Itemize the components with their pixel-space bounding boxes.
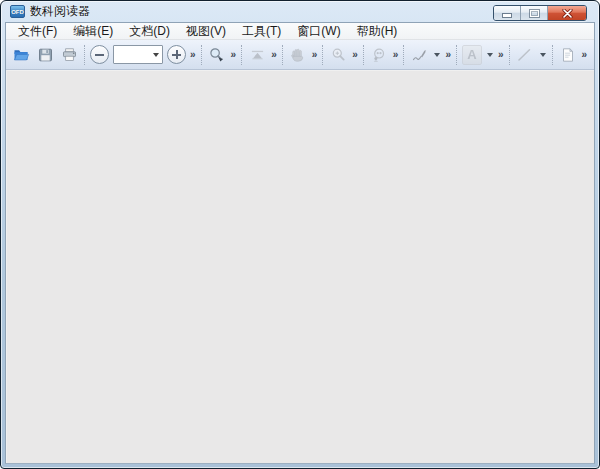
line-annotation-icon xyxy=(516,47,533,63)
zoom-out-button[interactable] xyxy=(90,45,109,64)
chevron-down-icon xyxy=(153,53,159,57)
maximize-button[interactable] xyxy=(521,6,548,20)
zoom-level-input[interactable] xyxy=(114,49,149,61)
fit-page-button[interactable] xyxy=(245,43,269,67)
toolbar-separator xyxy=(509,45,510,65)
toolbar-separator xyxy=(241,45,242,65)
marquee-zoom-overflow-button[interactable]: » xyxy=(350,43,360,67)
toolbar-separator xyxy=(552,45,553,65)
line-dropdown-icon[interactable] xyxy=(540,53,546,57)
menu-file[interactable]: 文件(F) xyxy=(10,23,65,39)
toolbar-separator xyxy=(456,45,457,65)
save-button[interactable] xyxy=(33,43,57,67)
toolbar-separator xyxy=(282,45,283,65)
line-annotation-button[interactable] xyxy=(513,43,537,67)
text-dropdown-icon[interactable] xyxy=(487,53,493,57)
menu-view[interactable]: 视图(V) xyxy=(178,23,234,39)
hand-pan-icon xyxy=(289,47,306,63)
text-overflow-button[interactable]: » xyxy=(496,43,506,67)
minimize-button[interactable] xyxy=(494,6,521,20)
print-icon xyxy=(61,47,78,63)
zoom-select-icon xyxy=(208,47,225,63)
window-controls xyxy=(493,5,587,21)
app-body: 文件(F) 编辑(E) 文档(D) 视图(V) 工具(T) 窗口(W) 帮助(H… xyxy=(5,22,595,464)
window-title: 数科阅读器 xyxy=(30,3,90,20)
marquee-zoom-icon xyxy=(330,47,347,63)
toolbar-group-text: A » xyxy=(460,40,506,69)
open-file-button[interactable] xyxy=(9,43,33,67)
fit-overflow-button[interactable]: » xyxy=(269,43,279,67)
signature-overflow-button[interactable]: » xyxy=(443,43,453,67)
read-mode-icon xyxy=(370,47,387,63)
menu-help[interactable]: 帮助(H) xyxy=(349,23,406,39)
zoom-select-tool-button[interactable] xyxy=(205,43,229,67)
note-annotation-button[interactable] xyxy=(556,43,580,67)
toolbar-separator xyxy=(322,45,323,65)
toolbar-group-read-mode: » xyxy=(367,40,401,69)
toolbar-group-note: » xyxy=(556,40,590,69)
open-folder-icon xyxy=(12,47,30,63)
note-overflow-button[interactable]: » xyxy=(580,43,590,67)
signature-pen-button[interactable] xyxy=(407,43,431,67)
menu-edit[interactable]: 编辑(E) xyxy=(65,23,121,39)
minimize-icon xyxy=(503,14,511,17)
text-annotation-icon: A xyxy=(462,45,482,65)
hand-pan-button[interactable] xyxy=(286,43,310,67)
zoom-level-combobox[interactable] xyxy=(113,45,163,64)
toolbar-group-line xyxy=(513,40,549,69)
combobox-dropdown-button[interactable] xyxy=(149,46,162,63)
toolbar-group-marquee-zoom: » xyxy=(326,40,360,69)
document-area xyxy=(6,70,594,463)
toolbar-separator xyxy=(403,45,404,65)
signature-dropdown-icon[interactable] xyxy=(434,53,440,57)
menu-window[interactable]: 窗口(W) xyxy=(289,23,348,39)
fit-page-icon xyxy=(249,47,266,63)
toolbar-group-zoom: » xyxy=(88,40,198,69)
note-annotation-icon xyxy=(559,47,576,63)
close-button[interactable] xyxy=(548,6,586,20)
menu-tools[interactable]: 工具(T) xyxy=(234,23,289,39)
toolbar-group-file xyxy=(9,40,81,69)
toolbar-separator xyxy=(84,45,85,65)
app-icon: OFD xyxy=(10,5,25,18)
hand-overflow-button[interactable]: » xyxy=(310,43,320,67)
toolbar-group-fit: » xyxy=(245,40,279,69)
toolbar-separator xyxy=(363,45,364,65)
print-button[interactable] xyxy=(57,43,81,67)
zoom-in-button[interactable] xyxy=(167,45,186,64)
marquee-zoom-button[interactable] xyxy=(326,43,350,67)
read-mode-button[interactable] xyxy=(367,43,391,67)
maximize-icon xyxy=(530,10,539,17)
toolbar-group-hand: » xyxy=(286,40,320,69)
zoom-select-overflow-button[interactable]: » xyxy=(229,43,239,67)
save-icon xyxy=(37,47,54,63)
zoom-overflow-button[interactable]: » xyxy=(188,43,198,67)
menu-bar: 文件(F) 编辑(E) 文档(D) 视图(V) 工具(T) 窗口(W) 帮助(H… xyxy=(6,23,594,40)
text-annotation-button[interactable]: A xyxy=(460,43,484,67)
toolbar-separator xyxy=(201,45,202,65)
toolbar-group-signature: » xyxy=(407,40,453,69)
close-icon xyxy=(562,9,573,18)
toolbar-group-zoom-select: » xyxy=(205,40,239,69)
zoom-out-icon xyxy=(95,54,104,56)
read-mode-overflow-button[interactable]: » xyxy=(391,43,401,67)
menu-document[interactable]: 文档(D) xyxy=(121,23,178,39)
app-window: OFD 数科阅读器 文件(F) 编辑(E) 文档(D) 视图(V) 工具(T) … xyxy=(0,0,600,469)
toolbar: » » xyxy=(6,40,594,70)
signature-pen-icon xyxy=(411,47,428,63)
